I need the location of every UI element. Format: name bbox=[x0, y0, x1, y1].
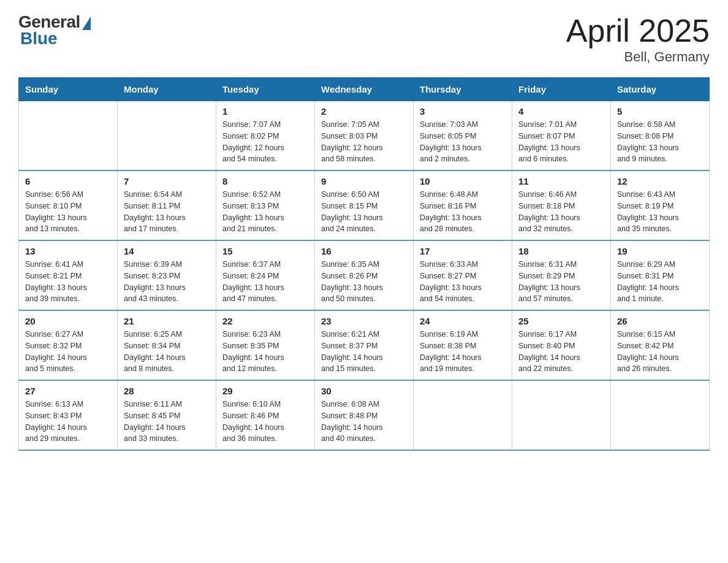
weekday-header-sunday: Sunday bbox=[19, 78, 118, 101]
day-number: 15 bbox=[222, 246, 308, 256]
calendar-cell: 11Sunrise: 6:46 AM Sunset: 8:18 PM Dayli… bbox=[512, 170, 611, 240]
day-number: 8 bbox=[222, 176, 308, 186]
calendar-cell: 21Sunrise: 6:25 AM Sunset: 8:34 PM Dayli… bbox=[118, 310, 216, 380]
day-info: Sunrise: 7:05 AM Sunset: 8:03 PM Dayligh… bbox=[321, 119, 407, 165]
day-info: Sunrise: 6:54 AM Sunset: 8:11 PM Dayligh… bbox=[124, 189, 210, 235]
day-info: Sunrise: 7:07 AM Sunset: 8:02 PM Dayligh… bbox=[222, 119, 308, 165]
day-number: 26 bbox=[617, 316, 703, 326]
calendar-cell bbox=[19, 101, 118, 171]
day-info: Sunrise: 6:41 AM Sunset: 8:21 PM Dayligh… bbox=[25, 259, 111, 305]
day-number: 7 bbox=[124, 176, 210, 186]
day-info: Sunrise: 6:08 AM Sunset: 8:48 PM Dayligh… bbox=[321, 399, 407, 445]
calendar-cell: 15Sunrise: 6:37 AM Sunset: 8:24 PM Dayli… bbox=[216, 240, 315, 310]
page-header: General Blue April 2025 Bell, Germany bbox=[18, 12, 710, 65]
day-info: Sunrise: 6:35 AM Sunset: 8:26 PM Dayligh… bbox=[321, 259, 407, 305]
day-number: 10 bbox=[420, 176, 506, 186]
calendar-cell: 10Sunrise: 6:48 AM Sunset: 8:16 PM Dayli… bbox=[414, 170, 512, 240]
calendar-cell: 14Sunrise: 6:39 AM Sunset: 8:23 PM Dayli… bbox=[118, 240, 216, 310]
day-info: Sunrise: 7:03 AM Sunset: 8:05 PM Dayligh… bbox=[420, 119, 506, 165]
day-info: Sunrise: 6:31 AM Sunset: 8:29 PM Dayligh… bbox=[518, 259, 604, 305]
page-title: April 2025 bbox=[566, 12, 710, 49]
calendar-cell: 24Sunrise: 6:19 AM Sunset: 8:38 PM Dayli… bbox=[414, 310, 512, 380]
page-subtitle: Bell, Germany bbox=[566, 49, 710, 65]
logo-blue-text: Blue bbox=[20, 29, 58, 48]
calendar-cell: 12Sunrise: 6:43 AM Sunset: 8:19 PM Dayli… bbox=[611, 170, 710, 240]
day-number: 27 bbox=[25, 386, 111, 396]
day-info: Sunrise: 6:29 AM Sunset: 8:31 PM Dayligh… bbox=[617, 259, 703, 305]
day-info: Sunrise: 6:56 AM Sunset: 8:10 PM Dayligh… bbox=[25, 189, 111, 235]
calendar-cell: 8Sunrise: 6:52 AM Sunset: 8:13 PM Daylig… bbox=[216, 170, 315, 240]
day-number: 11 bbox=[518, 176, 604, 186]
day-info: Sunrise: 6:25 AM Sunset: 8:34 PM Dayligh… bbox=[124, 329, 210, 375]
calendar-cell: 26Sunrise: 6:15 AM Sunset: 8:42 PM Dayli… bbox=[611, 310, 710, 380]
weekday-header-monday: Monday bbox=[118, 78, 216, 101]
calendar-cell: 6Sunrise: 6:56 AM Sunset: 8:10 PM Daylig… bbox=[19, 170, 118, 240]
calendar-cell: 5Sunrise: 6:58 AM Sunset: 8:08 PM Daylig… bbox=[611, 101, 710, 171]
calendar-cell: 2Sunrise: 7:05 AM Sunset: 8:03 PM Daylig… bbox=[315, 101, 414, 171]
day-info: Sunrise: 6:19 AM Sunset: 8:38 PM Dayligh… bbox=[420, 329, 506, 375]
day-number: 18 bbox=[518, 246, 604, 256]
day-number: 29 bbox=[222, 386, 308, 396]
day-info: Sunrise: 6:37 AM Sunset: 8:24 PM Dayligh… bbox=[222, 259, 308, 305]
calendar-cell: 22Sunrise: 6:23 AM Sunset: 8:35 PM Dayli… bbox=[216, 310, 315, 380]
calendar-week-row: 20Sunrise: 6:27 AM Sunset: 8:32 PM Dayli… bbox=[19, 310, 710, 380]
day-info: Sunrise: 6:17 AM Sunset: 8:40 PM Dayligh… bbox=[518, 329, 604, 375]
day-info: Sunrise: 6:21 AM Sunset: 8:37 PM Dayligh… bbox=[321, 329, 407, 375]
calendar-cell: 17Sunrise: 6:33 AM Sunset: 8:27 PM Dayli… bbox=[414, 240, 512, 310]
calendar-cell: 28Sunrise: 6:11 AM Sunset: 8:45 PM Dayli… bbox=[118, 380, 216, 450]
day-number: 12 bbox=[617, 176, 703, 186]
day-number: 20 bbox=[25, 316, 111, 326]
day-number: 25 bbox=[518, 316, 604, 326]
weekday-header-row: SundayMondayTuesdayWednesdayThursdayFrid… bbox=[19, 78, 710, 101]
day-number: 14 bbox=[124, 246, 210, 256]
calendar-week-row: 13Sunrise: 6:41 AM Sunset: 8:21 PM Dayli… bbox=[19, 240, 710, 310]
day-number: 13 bbox=[25, 246, 111, 256]
day-info: Sunrise: 6:39 AM Sunset: 8:23 PM Dayligh… bbox=[124, 259, 210, 305]
day-info: Sunrise: 6:33 AM Sunset: 8:27 PM Dayligh… bbox=[420, 259, 506, 305]
day-info: Sunrise: 6:10 AM Sunset: 8:46 PM Dayligh… bbox=[222, 399, 308, 445]
calendar-cell bbox=[512, 380, 611, 450]
day-number: 9 bbox=[321, 176, 407, 186]
calendar-cell: 9Sunrise: 6:50 AM Sunset: 8:15 PM Daylig… bbox=[315, 170, 414, 240]
calendar-week-row: 27Sunrise: 6:13 AM Sunset: 8:43 PM Dayli… bbox=[19, 380, 710, 450]
calendar-cell: 1Sunrise: 7:07 AM Sunset: 8:02 PM Daylig… bbox=[216, 101, 315, 171]
calendar-cell: 30Sunrise: 6:08 AM Sunset: 8:48 PM Dayli… bbox=[315, 380, 414, 450]
calendar-cell bbox=[414, 380, 512, 450]
calendar-cell: 23Sunrise: 6:21 AM Sunset: 8:37 PM Dayli… bbox=[315, 310, 414, 380]
title-block: April 2025 Bell, Germany bbox=[566, 12, 710, 65]
day-number: 17 bbox=[420, 246, 506, 256]
day-number: 1 bbox=[222, 106, 308, 117]
day-info: Sunrise: 6:50 AM Sunset: 8:15 PM Dayligh… bbox=[321, 189, 407, 235]
day-info: Sunrise: 7:01 AM Sunset: 8:07 PM Dayligh… bbox=[518, 119, 604, 165]
logo: General Blue bbox=[18, 12, 91, 48]
day-number: 2 bbox=[321, 106, 407, 117]
day-info: Sunrise: 6:11 AM Sunset: 8:45 PM Dayligh… bbox=[124, 399, 210, 445]
calendar-cell: 27Sunrise: 6:13 AM Sunset: 8:43 PM Dayli… bbox=[19, 380, 118, 450]
weekday-header-wednesday: Wednesday bbox=[315, 78, 414, 101]
logo-triangle-icon bbox=[82, 17, 91, 30]
day-number: 3 bbox=[420, 106, 506, 117]
calendar-cell: 3Sunrise: 7:03 AM Sunset: 8:05 PM Daylig… bbox=[414, 101, 512, 171]
calendar-cell: 16Sunrise: 6:35 AM Sunset: 8:26 PM Dayli… bbox=[315, 240, 414, 310]
weekday-header-saturday: Saturday bbox=[611, 78, 710, 101]
calendar-table: SundayMondayTuesdayWednesdayThursdayFrid… bbox=[18, 77, 710, 451]
day-number: 16 bbox=[321, 246, 407, 256]
weekday-header-thursday: Thursday bbox=[414, 78, 512, 101]
day-info: Sunrise: 6:23 AM Sunset: 8:35 PM Dayligh… bbox=[222, 329, 308, 375]
calendar-cell bbox=[118, 101, 216, 171]
day-number: 28 bbox=[124, 386, 210, 396]
calendar-week-row: 6Sunrise: 6:56 AM Sunset: 8:10 PM Daylig… bbox=[19, 170, 710, 240]
day-info: Sunrise: 6:52 AM Sunset: 8:13 PM Dayligh… bbox=[222, 189, 308, 235]
day-number: 21 bbox=[124, 316, 210, 326]
weekday-header-friday: Friday bbox=[512, 78, 611, 101]
day-info: Sunrise: 6:13 AM Sunset: 8:43 PM Dayligh… bbox=[25, 399, 111, 445]
calendar-cell bbox=[611, 380, 710, 450]
calendar-cell: 20Sunrise: 6:27 AM Sunset: 8:32 PM Dayli… bbox=[19, 310, 118, 380]
day-info: Sunrise: 6:48 AM Sunset: 8:16 PM Dayligh… bbox=[420, 189, 506, 235]
day-number: 4 bbox=[518, 106, 604, 117]
day-info: Sunrise: 6:15 AM Sunset: 8:42 PM Dayligh… bbox=[617, 329, 703, 375]
day-number: 19 bbox=[617, 246, 703, 256]
weekday-header-tuesday: Tuesday bbox=[216, 78, 315, 101]
calendar-week-row: 1Sunrise: 7:07 AM Sunset: 8:02 PM Daylig… bbox=[19, 101, 710, 171]
calendar-cell: 7Sunrise: 6:54 AM Sunset: 8:11 PM Daylig… bbox=[118, 170, 216, 240]
